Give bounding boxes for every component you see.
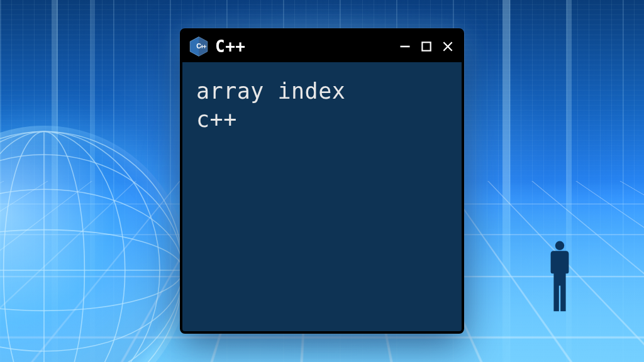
svg-rect-18 bbox=[422, 42, 430, 50]
svg-point-5 bbox=[0, 131, 125, 362]
svg-point-9 bbox=[555, 241, 564, 250]
close-button[interactable] bbox=[440, 39, 455, 54]
maximize-button[interactable] bbox=[419, 39, 434, 54]
window-client-area: array index c++ bbox=[182, 62, 462, 331]
svg-text:C: C bbox=[196, 42, 201, 50]
cpp-hex-icon: C bbox=[187, 35, 210, 58]
svg-point-3 bbox=[0, 155, 183, 362]
code-line-1: array index bbox=[196, 77, 448, 106]
window-title: C++ bbox=[215, 37, 245, 56]
app-window: C C++ array index c++ bbox=[180, 28, 464, 334]
code-line-2: c++ bbox=[196, 106, 448, 134]
silhouette-figure bbox=[545, 239, 575, 314]
titlebar[interactable]: C C++ bbox=[182, 31, 462, 62]
wireframe-globe bbox=[0, 126, 189, 362]
window-controls bbox=[397, 39, 455, 54]
svg-point-0 bbox=[0, 131, 183, 362]
minimize-button[interactable] bbox=[397, 39, 413, 54]
